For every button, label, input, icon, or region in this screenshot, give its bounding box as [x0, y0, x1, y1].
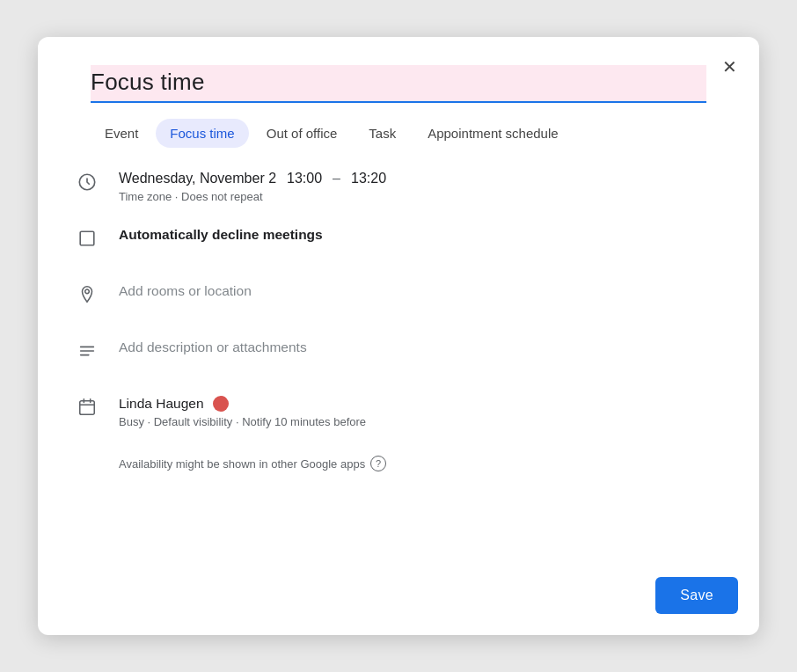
event-date[interactable]: Wednesday, November 2 — [119, 171, 276, 186]
title-input-wrapper — [91, 65, 706, 103]
date-time-line: Wednesday, November 2 13:00 – 13:20 — [119, 171, 706, 186]
close-icon: ✕ — [722, 56, 737, 77]
help-icon[interactable]: ? — [370, 456, 386, 471]
svg-point-2 — [85, 289, 90, 294]
description-icon — [73, 340, 101, 361]
tab-appointment-schedule[interactable]: Appointment schedule — [413, 119, 572, 148]
user-status-dot — [213, 396, 229, 412]
user-name[interactable]: Linda Haugen — [119, 396, 204, 412]
description-placeholder[interactable]: Add description or attachments — [119, 340, 706, 355]
availability-text: Availability might be shown in other Goo… — [119, 457, 365, 471]
datetime-fields: Wednesday, November 2 13:00 – 13:20 Time… — [119, 171, 706, 203]
description-field: Add description or attachments — [119, 340, 706, 355]
clock-svg — [77, 172, 97, 192]
user-name-row: Linda Haugen — [119, 396, 706, 412]
user-info: Linda Haugen Busy · Default visibility ·… — [119, 396, 706, 428]
checkbox-icon — [73, 227, 101, 248]
pin-svg — [77, 285, 97, 304]
square-svg — [77, 229, 97, 248]
lines-svg — [77, 341, 97, 361]
start-time[interactable]: 13:00 — [287, 171, 322, 186]
decline-field: Automatically decline meetings — [119, 227, 706, 243]
tab-out-of-office[interactable]: Out of office — [252, 119, 352, 148]
calendar-person-icon — [73, 396, 101, 417]
description-row: Add description or attachments — [73, 340, 706, 375]
title-input[interactable] — [91, 65, 706, 101]
decline-label[interactable]: Automatically decline meetings — [119, 227, 706, 243]
tab-focus-time[interactable]: Focus time — [156, 119, 248, 148]
location-icon — [73, 283, 101, 304]
location-field: Add rooms or location — [119, 283, 706, 299]
timezone-repeat[interactable]: Time zone · Does not repeat — [119, 190, 706, 203]
location-placeholder[interactable]: Add rooms or location — [119, 283, 706, 299]
tabs-bar: Event Focus time Out of office Task Appo… — [38, 103, 759, 157]
event-dialog: ✕ Event Focus time Out of office Task Ap… — [38, 37, 759, 635]
close-button[interactable]: ✕ — [713, 51, 745, 83]
tab-event[interactable]: Event — [91, 119, 152, 148]
end-time[interactable]: 13:20 — [351, 171, 386, 186]
availability-row: Availability might be shown in other Goo… — [73, 452, 706, 471]
svg-rect-6 — [80, 401, 95, 415]
datetime-row: Wednesday, November 2 13:00 – 13:20 Time… — [73, 171, 706, 206]
time-dash: – — [333, 171, 340, 186]
tab-task[interactable]: Task — [355, 119, 410, 148]
clock-icon — [73, 171, 101, 192]
svg-rect-1 — [80, 231, 94, 245]
user-status[interactable]: Busy · Default visibility · Notify 10 mi… — [119, 415, 706, 428]
user-row: Linda Haugen Busy · Default visibility ·… — [73, 396, 706, 431]
calendar-svg — [77, 398, 97, 417]
location-row: Add rooms or location — [73, 283, 706, 318]
save-button[interactable]: Save — [655, 577, 738, 614]
form-content: Wednesday, November 2 13:00 – 13:20 Time… — [38, 157, 759, 563]
title-section — [38, 37, 759, 103]
dialog-footer: Save — [38, 563, 759, 635]
decline-meetings-row: Automatically decline meetings — [73, 227, 706, 262]
